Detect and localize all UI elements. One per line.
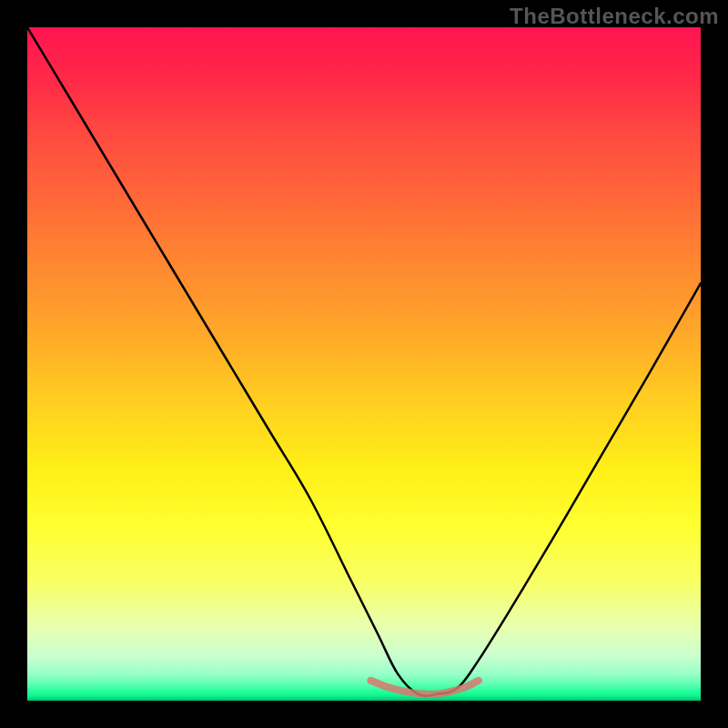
chart-svg (27, 27, 701, 701)
bottleneck-curve-path (27, 27, 701, 696)
watermark-label: TheBottleneck.com (510, 4, 719, 29)
plot-area (27, 27, 701, 701)
chart-frame: TheBottleneck.com (0, 0, 728, 728)
